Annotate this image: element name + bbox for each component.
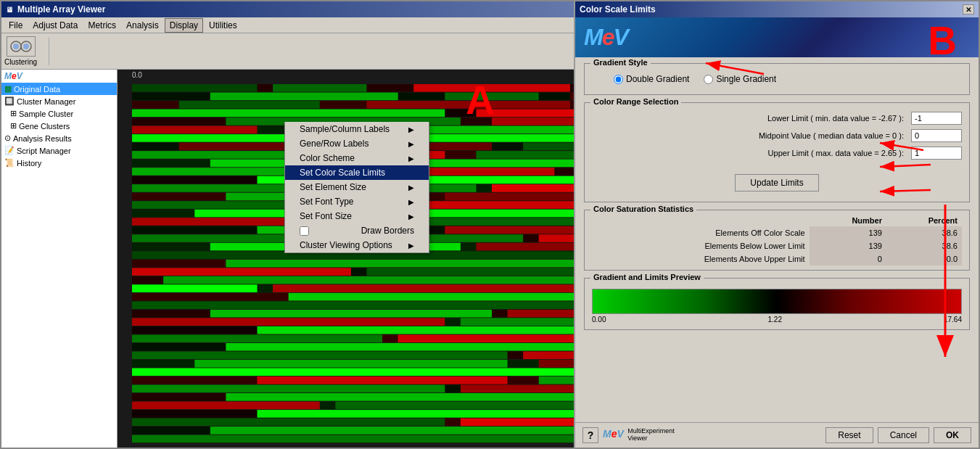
midpoint-row: Midpoint Value ( median data value = 0 )…	[592, 129, 962, 142]
menu-file[interactable]: File	[4, 19, 27, 32]
dropdown-item-font-size[interactable]: Set Font Size ▶	[285, 209, 429, 223]
help-button[interactable]: ?	[582, 427, 598, 443]
sidebar-label-original-data: Original Data	[14, 85, 60, 94]
off-scale-percent: 38.6	[886, 226, 962, 239]
menu-display[interactable]: Display	[165, 18, 203, 33]
svg-rect-12	[210, 93, 398, 101]
lower-limit-input[interactable]	[911, 112, 962, 125]
svg-rect-8	[273, 84, 366, 92]
saturation-table: Number Percent Elements Off Color Scale …	[592, 215, 962, 265]
clustering-icon	[7, 36, 36, 57]
svg-rect-100	[132, 301, 601, 309]
sidebar-label-analysis-results: Analysis Results	[13, 134, 72, 143]
gradient-preview-title: Gradient and Limits Preview	[590, 273, 704, 281]
sidebar-item-analysis-results[interactable]: ⊙ Analysis Results	[1, 132, 117, 144]
sidebar-mev-logo: MeV	[4, 71, 22, 81]
stats-col-percent: Percent	[886, 215, 962, 226]
sidebar-item-mev: MeV	[1, 70, 117, 83]
dropdown-item-sample-labels[interactable]: Sample/Column Labels ▶	[285, 122, 429, 136]
color-range-section: Color Range Selection Lower Limit ( min.…	[584, 102, 970, 202]
submenu-arrow: ▶	[408, 242, 414, 250]
dropdown-item-gene-labels[interactable]: Gene/Row Labels ▶	[285, 136, 429, 151]
app-icon: 🖥	[6, 6, 13, 14]
dropdown-item-font-type[interactable]: Set Font Type ▶	[285, 194, 429, 209]
svg-rect-13	[445, 93, 538, 101]
analysis-results-icon: ⊙	[4, 133, 11, 143]
svg-point-2	[13, 44, 19, 49]
draw-borders-checkbox[interactable]	[300, 226, 309, 236]
gradient-preview-section: Gradient and Limits Preview 0.00 1.22 17…	[584, 278, 970, 330]
gradient-style-options: Double Gradient Single Gradient	[592, 70, 962, 90]
menu-analysis[interactable]: Analysis	[122, 19, 163, 32]
submenu-arrow: ▶	[408, 213, 414, 221]
dropdown-item-cluster-viewing[interactable]: Cluster Viewing Options ▶	[285, 238, 429, 252]
svg-rect-93	[132, 284, 258, 292]
menu-adjust-data[interactable]: Adjust Data	[28, 19, 82, 32]
menu-metrics[interactable]: Metrics	[83, 19, 120, 32]
cancel-button[interactable]: Cancel	[878, 427, 929, 443]
submenu-arrow: ▶	[408, 155, 414, 162]
svg-point-3	[23, 44, 29, 49]
dropdown-item-set-color-scale[interactable]: Set Color Scale Limits	[285, 165, 429, 180]
below-lower-percent: 38.6	[886, 239, 962, 252]
single-gradient-option[interactable]: Single Gradient	[704, 74, 776, 84]
main-window: 🖥 Multiple Array Viewer File Adjust Data…	[0, 0, 980, 449]
color-scale-dialog: Color Scale Limits ✕ MeV B Gradient Styl…	[574, 70, 979, 448]
svg-rect-97	[289, 293, 601, 301]
midpoint-input[interactable]	[911, 129, 962, 142]
svg-rect-149	[132, 435, 601, 443]
ok-button[interactable]: OK	[934, 427, 971, 443]
sidebar-item-history[interactable]: 📜 History	[1, 157, 117, 169]
svg-rect-128	[258, 376, 508, 384]
dropdown-item-element-size[interactable]: Set Element Size ▶	[285, 180, 429, 194]
gradient-style-section: Gradient Style Double Gradient Single Gr…	[584, 70, 970, 95]
svg-rect-60	[132, 201, 289, 209]
svg-rect-122	[194, 360, 507, 368]
svg-rect-16	[179, 101, 320, 109]
dialog-footer: ? MeV MultiExperimentViewer Reset Cancel…	[575, 422, 979, 448]
heatmap-top-left-number: 0.0	[132, 71, 142, 79]
svg-rect-103	[210, 310, 492, 318]
footer-mev-logo: MeV	[603, 428, 624, 440]
lower-limit-label: Lower Limit ( min. data value = -2.67 ):	[592, 114, 911, 123]
script-manager-icon: 📝	[4, 146, 15, 155]
sidebar-item-sample-cluster[interactable]: ⊞ Sample Cluster	[1, 107, 117, 120]
saturation-title: Color Saturation Statistics	[590, 205, 696, 213]
dropdown-item-color-scheme[interactable]: Color Scheme ▶	[285, 151, 429, 165]
above-upper-percent: 0.0	[886, 252, 962, 265]
dropdown-menu: Sample/Column Labels ▶ Gene/Row Labels ▶…	[284, 122, 429, 253]
lower-limit-row: Lower Limit ( min. data value = -2.67 ):	[592, 112, 962, 125]
history-icon: 📜	[4, 158, 15, 168]
sidebar-label-history: History	[17, 159, 41, 168]
update-limits-button[interactable]: Update Limits	[735, 174, 818, 191]
submenu-arrow: ▶	[408, 198, 414, 206]
menu-utilities[interactable]: Utilities	[205, 19, 242, 32]
svg-rect-119	[132, 351, 508, 359]
gradient-labels: 0.00 1.22 17.64	[592, 316, 962, 324]
gradient-label-min: 0.00	[592, 316, 606, 324]
reset-button[interactable]: Reset	[825, 427, 873, 443]
gradient-label-mid: 1.22	[767, 316, 781, 324]
content-area: MeV ▩ Original Data 🔲 Cluster Manager ⊞ …	[1, 70, 979, 448]
dropdown-item-draw-borders[interactable]: Draw Borders	[285, 223, 429, 238]
svg-rect-9	[413, 84, 570, 92]
double-gradient-radio[interactable]	[614, 75, 623, 84]
color-range-title: Color Range Selection	[590, 97, 681, 106]
footer-mev-subtitle: MultiExperimentViewer	[627, 428, 675, 442]
upper-limit-input[interactable]	[911, 147, 962, 160]
sidebar-item-original-data[interactable]: ▩ Original Data	[1, 83, 117, 95]
svg-rect-86	[132, 268, 351, 276]
submenu-arrow: ▶	[408, 140, 414, 148]
sidebar-item-gene-clusters[interactable]: ⊞ Gene Clusters	[1, 120, 117, 132]
footer-spacer: MeV MultiExperimentViewer	[603, 428, 710, 442]
clustering-btn[interactable]: Clustering	[4, 36, 37, 66]
color-range-fields: Lower Limit ( min. data value = -2.67 ):…	[592, 107, 962, 168]
sidebar-item-script-manager[interactable]: 📝 Script Manager	[1, 144, 117, 157]
single-gradient-radio[interactable]	[704, 75, 713, 84]
submenu-arrow: ▶	[408, 184, 414, 191]
svg-rect-131	[132, 385, 445, 393]
stats-row-below-lower: Elements Below Lower Limit 139 38.6	[592, 239, 962, 252]
sidebar-item-cluster-manager[interactable]: 🔲 Cluster Manager	[1, 95, 117, 107]
double-gradient-option[interactable]: Double Gradient	[614, 74, 689, 84]
svg-rect-143	[132, 419, 445, 427]
